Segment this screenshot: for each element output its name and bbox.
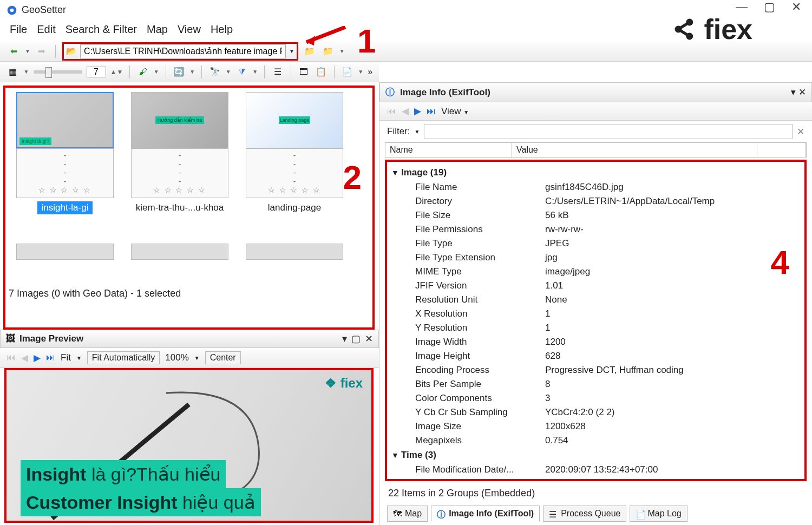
filter-label: Filter:	[387, 126, 410, 137]
panel-restore-icon[interactable]: ▢	[351, 333, 361, 345]
back-dropdown[interactable]: ▼	[25, 48, 30, 54]
clear-filter-icon[interactable]: ✕	[797, 126, 804, 137]
property-row[interactable]: Megapixels0.754	[391, 434, 800, 448]
property-row[interactable]: DirectoryC:/Users/LETRIN~1/AppData/Local…	[391, 194, 800, 208]
property-row[interactable]: Image Height628	[391, 349, 800, 363]
forward-button[interactable]: ➡	[35, 44, 49, 58]
thumbnail-item[interactable]	[126, 244, 234, 283]
menu-view[interactable]: View	[178, 23, 201, 36]
fit-mode[interactable]: Fit Automatically	[87, 351, 160, 364]
property-row[interactable]: Y Resolution1	[391, 321, 800, 335]
panel-close-icon[interactable]: ✕	[798, 87, 806, 97]
property-row[interactable]: File TypeJPEG	[391, 237, 800, 251]
center-button[interactable]: Center	[205, 351, 241, 364]
info-nav: ⏮ ◀ ▶ ⏭ View ▼	[379, 102, 812, 121]
path-dropdown[interactable]: ▼	[289, 48, 294, 54]
thumbnail-status: 7 Images (0 with Geo Data) - 1 selected	[8, 285, 370, 300]
prev-icon[interactable]: ◀	[21, 352, 28, 364]
svg-point-1	[10, 8, 14, 12]
addressbar: 📂 ▼	[62, 42, 298, 61]
preview-header: 🖼 Image Preview ▾▢✕	[0, 330, 379, 348]
property-row[interactable]: File Type Extensionjpg	[391, 251, 800, 265]
next-icon[interactable]: ▶	[34, 352, 41, 364]
tab-process-queue[interactable]: ☰Process Queue	[543, 506, 626, 522]
menu-help[interactable]: Help	[211, 23, 233, 36]
thumbnail-item[interactable]: Hướng dẫn kiểm tra ----☆ ☆ ☆ ☆ ☆ kiem-tr…	[126, 92, 234, 237]
menu-file[interactable]: File	[10, 23, 27, 36]
property-row[interactable]: MIME Typeimage/jpeg	[391, 265, 800, 279]
fiex-logo: fiex	[671, 13, 752, 45]
maximize-button[interactable]: ▢	[764, 0, 775, 14]
close-button[interactable]: ✕	[791, 0, 801, 14]
info-header: ⓘ Image Info (ExifTool) ▾ ✕	[379, 82, 812, 102]
panel-close-icon[interactable]: ✕	[365, 333, 373, 345]
menu-edit[interactable]: Edit	[37, 23, 55, 36]
thumbnail-item[interactable]	[240, 244, 349, 283]
preview-text-2: Customer Insight hiệu quả	[21, 488, 261, 516]
list-icon[interactable]: ☰	[271, 65, 284, 79]
last-icon[interactable]: ⏭	[46, 352, 55, 363]
property-row[interactable]: File Namegsinf1845C46D.jpg	[391, 180, 800, 194]
property-row[interactable]: File Permissionsrw-rw-rw-	[391, 222, 800, 237]
more-icon[interactable]: »	[368, 67, 372, 77]
zoom-level[interactable]: 100%	[165, 352, 188, 363]
property-row[interactable]: File Size56 kB	[391, 208, 800, 222]
binoculars-icon[interactable]: 🔭	[208, 65, 221, 79]
funnel-icon[interactable]: ⧩	[235, 65, 248, 79]
page-icon[interactable]: 📄	[341, 65, 354, 79]
group-image[interactable]: Image (19)	[391, 165, 800, 180]
tab-map[interactable]: 🗺Map	[387, 506, 428, 522]
annotation-1: 1	[357, 22, 376, 60]
minimize-button[interactable]: —	[736, 0, 748, 14]
property-row[interactable]: Image Width1200	[391, 335, 800, 349]
group-time[interactable]: Time (3)	[391, 448, 800, 463]
info-title: Image Info (ExifTool)	[400, 87, 490, 98]
first-icon[interactable]: ⏮	[387, 106, 396, 117]
menu-map[interactable]: Map	[147, 23, 168, 36]
folder-open-icon[interactable]: 📂	[66, 46, 77, 56]
paint-icon[interactable]: 🖌	[136, 65, 149, 79]
menu-search-filter[interactable]: Search & Filter	[66, 23, 137, 36]
info-tabs: 🗺Map ⓘImage Info (ExifTool) ☰Process Que…	[379, 503, 812, 525]
property-row[interactable]: File Modification Date/...2020:09:07 13:…	[391, 463, 800, 477]
annotation-4: 4	[771, 243, 789, 281]
property-row[interactable]: Color Components3	[391, 391, 800, 405]
path-input[interactable]	[80, 44, 286, 58]
property-row[interactable]: Y Cb Cr Sub SamplingYCbCr4:2:0 (2 2)	[391, 405, 800, 419]
property-row[interactable]: Bits Per Sample8	[391, 377, 800, 391]
last-icon[interactable]: ⏭	[427, 106, 436, 117]
property-row[interactable]: Encoding ProcessProgressive DCT, Huffman…	[391, 363, 800, 377]
property-row[interactable]: File Access Date/Time2020:09:22 13:53:15…	[391, 477, 800, 481]
info-content: 4 Image (19) File Namegsinf1845C46D.jpgD…	[385, 160, 807, 481]
col-value[interactable]: Value	[512, 143, 757, 157]
property-row[interactable]: JFIF Version1.01	[391, 279, 800, 293]
tab-image-info[interactable]: ⓘImage Info (ExifTool)	[431, 506, 540, 522]
toolbar-row-2: ▦▼ ▲▼ 🖌▼ 🔄▼ 🔭▼ ⧩▼ ☰ 🗔 📋 📄▼ »	[0, 62, 379, 82]
next-icon[interactable]: ▶	[414, 106, 421, 117]
filter-input[interactable]	[424, 124, 793, 139]
tab-map-log[interactable]: 📄Map Log	[630, 506, 687, 522]
thumb-size-value[interactable]	[87, 67, 106, 77]
arrow-annotation	[303, 26, 346, 48]
app-title: GeoSetter	[22, 4, 66, 16]
property-list[interactable]: Image (19) File Namegsinf1845C46D.jpgDir…	[387, 162, 804, 481]
back-button[interactable]: ⬅	[6, 44, 21, 58]
thumbnail-item[interactable]	[11, 244, 119, 283]
layout-icon[interactable]: ▦	[6, 65, 19, 79]
thumbnail-item[interactable]: Insight là gì? ----☆ ☆ ☆ ☆ ☆ insight-la-…	[11, 92, 119, 237]
view-menu[interactable]: View ▼	[441, 106, 469, 117]
prev-icon[interactable]: ◀	[402, 106, 409, 117]
panel-dropdown-icon[interactable]: ▾	[342, 333, 347, 345]
thumb-size-slider[interactable]	[34, 70, 82, 74]
info-table-header: Name Value	[385, 142, 807, 158]
property-row[interactable]: X Resolution1	[391, 307, 800, 321]
window-icon[interactable]: 🗔	[298, 65, 311, 79]
col-name[interactable]: Name	[385, 143, 512, 157]
copy-icon[interactable]: 📋	[315, 65, 328, 79]
thumbnail-item[interactable]: Landing page ----☆ ☆ ☆ ☆ ☆ landing-page	[240, 92, 349, 237]
panel-dropdown-icon[interactable]: ▾	[791, 87, 796, 97]
property-row[interactable]: Image Size1200x628	[391, 419, 800, 434]
refresh-icon[interactable]: 🔄	[173, 65, 186, 79]
first-icon[interactable]: ⏮	[6, 352, 16, 363]
property-row[interactable]: Resolution UnitNone	[391, 293, 800, 307]
